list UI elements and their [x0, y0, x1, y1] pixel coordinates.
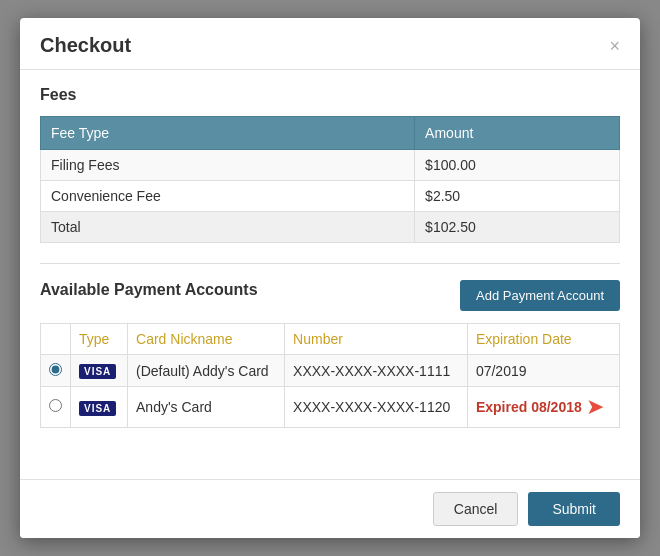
account-select-cell-1[interactable]: [41, 355, 71, 387]
account-radio-2[interactable]: [49, 399, 62, 412]
payment-accounts-header: Available Payment Accounts Add Payment A…: [40, 280, 620, 311]
modal-body: Fees Fee Type Amount Filing Fees $100.00…: [20, 70, 640, 479]
account-nickname-1: (Default) Addy's Card: [128, 355, 285, 387]
modal-title: Checkout: [40, 34, 131, 57]
fees-col-amount: Amount: [415, 117, 620, 150]
table-row: Filing Fees $100.00: [41, 150, 620, 181]
account-nickname-2: Andy's Card: [128, 387, 285, 428]
fee-type-filing: Filing Fees: [41, 150, 415, 181]
section-divider: [40, 263, 620, 264]
table-row: Convenience Fee $2.50: [41, 181, 620, 212]
accounts-table: Type Card Nickname Number Expiration Dat…: [40, 323, 620, 428]
account-number-2: XXXX-XXXX-XXXX-1120: [285, 387, 468, 428]
account-select-cell-2[interactable]: [41, 387, 71, 428]
payment-accounts-title: Available Payment Accounts: [40, 281, 258, 299]
arrow-right-icon: ➤: [586, 394, 604, 420]
account-radio-1[interactable]: [49, 363, 62, 376]
table-row: VISA (Default) Addy's Card XXXX-XXXX-XXX…: [41, 355, 620, 387]
expired-label: Expired 08/2018: [476, 399, 582, 415]
fees-table: Fee Type Amount Filing Fees $100.00 Conv…: [40, 116, 620, 243]
account-number-1: XXXX-XXXX-XXXX-1111: [285, 355, 468, 387]
table-row-total: Total $102.50: [41, 212, 620, 243]
cancel-button[interactable]: Cancel: [433, 492, 519, 526]
accounts-col-number: Number: [285, 324, 468, 355]
fee-type-total: Total: [41, 212, 415, 243]
table-row: VISA Andy's Card XXXX-XXXX-XXXX-1120 Exp…: [41, 387, 620, 428]
fees-col-type: Fee Type: [41, 117, 415, 150]
account-type-2: VISA: [71, 387, 128, 428]
account-expiration-1: 07/2019: [467, 355, 619, 387]
accounts-col-expiration: Expiration Date: [467, 324, 619, 355]
fees-section-title: Fees: [40, 86, 620, 104]
account-type-1: VISA: [71, 355, 128, 387]
checkout-modal: Checkout × Fees Fee Type Amount Filing F…: [20, 18, 640, 538]
fee-amount-convenience: $2.50: [415, 181, 620, 212]
account-expiration-2: Expired 08/2018 ➤: [467, 387, 619, 428]
add-payment-account-button[interactable]: Add Payment Account: [460, 280, 620, 311]
close-button[interactable]: ×: [609, 37, 620, 55]
modal-footer: Cancel Submit: [20, 479, 640, 538]
fee-amount-filing: $100.00: [415, 150, 620, 181]
visa-badge-2: VISA: [79, 401, 116, 416]
accounts-col-nickname: Card Nickname: [128, 324, 285, 355]
visa-badge-1: VISA: [79, 364, 116, 379]
fee-amount-total: $102.50: [415, 212, 620, 243]
modal-header: Checkout ×: [20, 18, 640, 70]
accounts-col-select: [41, 324, 71, 355]
fee-type-convenience: Convenience Fee: [41, 181, 415, 212]
submit-button[interactable]: Submit: [528, 492, 620, 526]
accounts-col-type: Type: [71, 324, 128, 355]
modal-overlay: Checkout × Fees Fee Type Amount Filing F…: [0, 0, 660, 556]
